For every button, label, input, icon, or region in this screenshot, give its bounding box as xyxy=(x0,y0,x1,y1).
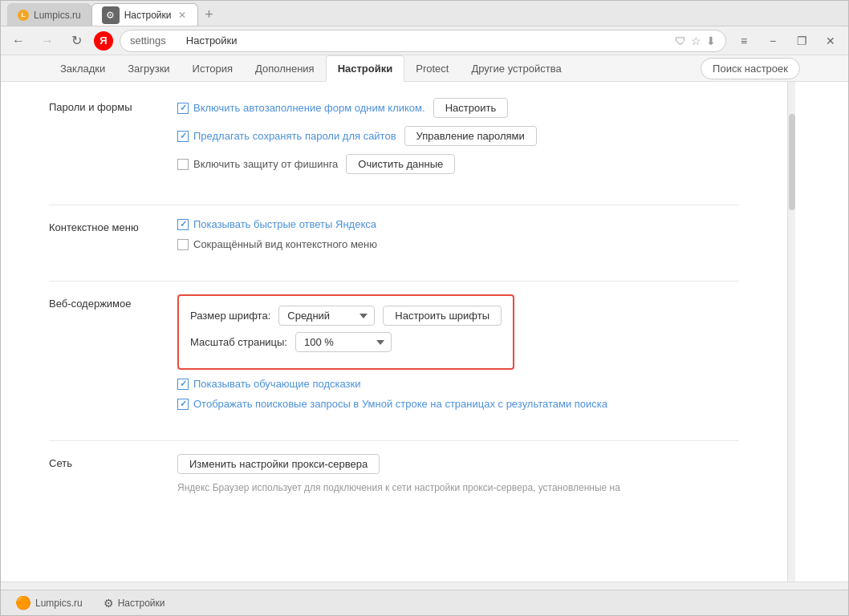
forward-button[interactable]: → xyxy=(36,30,59,52)
passwords-section-content: Включить автозаполнение форм одним клико… xyxy=(177,98,739,182)
web-content-label: Веб-содержимое xyxy=(49,294,177,418)
divider-3 xyxy=(49,440,739,441)
nav-tab-protect[interactable]: Protect xyxy=(404,56,460,81)
minimize-button[interactable]: − xyxy=(762,30,784,52)
font-size-label: Размер шрифта: xyxy=(190,310,270,322)
address-bar[interactable]: settings Настройки 🛡 ☆ ⬇ xyxy=(120,30,726,52)
phishing-text: Включить защиту от фишинга xyxy=(193,158,338,170)
save-passwords-row: Предлагать сохранять пароли для сайтов У… xyxy=(177,126,739,146)
network-section: Сеть Изменить настройки прокси-сервера Я… xyxy=(49,454,739,493)
compact-menu-text: Сокращённый вид контекстного меню xyxy=(193,238,377,250)
tab-favicon-lumpics: L xyxy=(18,10,29,21)
phishing-checkbox-label[interactable]: Включить защиту от фишинга xyxy=(177,158,338,170)
shield-icon[interactable]: 🛡 xyxy=(675,34,686,47)
bottom-favicon-settings: ⚙ xyxy=(104,597,114,610)
title-bar: ← → ↻ Я settings Настройки 🛡 ☆ ⬇ ≡ − ❐ ✕ xyxy=(1,26,848,55)
passwords-section: Пароли и формы Включить автозаполнение ф… xyxy=(49,98,739,182)
bottom-bar: 🟠 Lumpics.ru ⚙ Настройки xyxy=(1,590,848,615)
configure-button[interactable]: Настроить xyxy=(433,98,509,118)
show-search-text: Отображать поисковые запросы в Умной стр… xyxy=(193,398,607,410)
page-scale-row: Масштаб страницы: 100 % xyxy=(190,332,502,352)
search-settings-button[interactable]: Поиск настроек xyxy=(701,58,800,79)
nav-tab-history[interactable]: История xyxy=(181,56,244,81)
font-settings-button[interactable]: Настроить шрифты xyxy=(383,306,502,326)
proxy-note: Яндекс Браузер использует для подключени… xyxy=(177,482,739,493)
tab-label-lumpics: Lumpics.ru xyxy=(34,10,81,21)
settings-main: Пароли и формы Включить автозаполнение ф… xyxy=(1,82,787,582)
autofill-checkbox[interactable] xyxy=(177,103,189,114)
web-content-content: Размер шрифта: Средний Настроить шрифты … xyxy=(177,294,739,418)
save-passwords-checkbox[interactable] xyxy=(177,131,189,142)
quick-answers-label[interactable]: Показывать быстрые ответы Яндекса xyxy=(177,218,376,230)
tab-lumpics[interactable]: L Lumpics.ru xyxy=(7,3,91,26)
compact-menu-label[interactable]: Сокращённый вид контекстного меню xyxy=(177,238,377,250)
autofill-text: Включить автозаполнение форм одним клико… xyxy=(193,102,425,114)
show-hints-label[interactable]: Показывать обучающие подсказки xyxy=(177,378,360,390)
save-passwords-text: Предлагать сохранять пароли для сайтов xyxy=(193,130,396,142)
nav-tab-other-devices[interactable]: Другие устройства xyxy=(460,56,572,81)
quick-answers-text: Показывать быстрые ответы Яндекса xyxy=(193,218,376,230)
web-content-box: Размер шрифта: Средний Настроить шрифты … xyxy=(177,294,514,370)
scrollbar-track[interactable] xyxy=(787,82,795,582)
save-passwords-checkbox-label[interactable]: Предлагать сохранять пароли для сайтов xyxy=(177,130,396,142)
proxy-row: Изменить настройки прокси-сервера xyxy=(177,454,739,474)
proxy-button[interactable]: Изменить настройки прокси-сервера xyxy=(177,454,380,474)
show-hints-row: Показывать обучающие подсказки xyxy=(177,378,739,390)
content-area: Пароли и формы Включить автозаполнение ф… xyxy=(1,82,848,582)
show-search-label[interactable]: Отображать поисковые запросы в Умной стр… xyxy=(177,398,607,410)
close-button[interactable]: ✕ xyxy=(819,30,842,52)
font-size-select[interactable]: Средний xyxy=(278,306,375,326)
star-icon[interactable]: ☆ xyxy=(691,34,701,47)
network-content: Изменить настройки прокси-сервера Яндекс… xyxy=(177,454,739,493)
address-path: Настройки xyxy=(186,34,238,47)
quick-answers-row: Показывать быстрые ответы Яндекса xyxy=(177,218,739,230)
bottom-tab-settings[interactable]: ⚙ Настройки xyxy=(95,594,173,612)
font-size-row: Размер шрифта: Средний Настроить шрифты xyxy=(190,306,502,326)
clear-data-button[interactable]: Очистить данные xyxy=(346,154,455,174)
compact-menu-row: Сокращённый вид контекстного меню xyxy=(177,238,739,250)
nav-tabs-bar: Закладки Загрузки История Дополнения Нас… xyxy=(1,55,848,82)
back-button[interactable]: ← xyxy=(7,30,30,52)
divider-1 xyxy=(49,205,739,205)
quick-answers-checkbox[interactable] xyxy=(177,219,189,230)
autofill-checkbox-label[interactable]: Включить автозаполнение форм одним клико… xyxy=(177,102,425,114)
web-content-section: Веб-содержимое Размер шрифта: Средний На… xyxy=(49,294,739,418)
yandex-logo: Я xyxy=(94,31,113,51)
nav-tab-settings[interactable]: Настройки xyxy=(326,55,405,82)
new-tab-button[interactable]: + xyxy=(198,3,221,26)
nav-tab-addons[interactable]: Дополнения xyxy=(244,56,326,81)
tab-settings[interactable]: ⚙ Настройки ✕ xyxy=(91,3,198,26)
browser-tabs-bar: L Lumpics.ru ⚙ Настройки ✕ + xyxy=(1,1,848,26)
show-hints-checkbox[interactable] xyxy=(177,379,189,390)
bottom-tab-lumpics[interactable]: 🟠 Lumpics.ru xyxy=(7,593,91,613)
maximize-button[interactable]: ❐ xyxy=(790,30,813,52)
nav-tab-downloads[interactable]: Загрузки xyxy=(116,56,181,81)
refresh-button[interactable]: ↻ xyxy=(65,30,87,52)
phishing-checkbox[interactable] xyxy=(177,159,189,170)
tab-close-button[interactable]: ✕ xyxy=(177,10,188,21)
context-menu-content: Показывать быстрые ответы Яндекса Сокращ… xyxy=(177,218,739,258)
bottom-favicon-lumpics: 🟠 xyxy=(15,595,31,610)
manage-passwords-button[interactable]: Управление паролями xyxy=(404,126,537,146)
address-protocol: settings xyxy=(130,34,166,47)
menu-button[interactable]: ≡ xyxy=(733,30,755,52)
show-hints-text: Показывать обучающие подсказки xyxy=(193,378,360,390)
address-bar-icons: 🛡 ☆ ⬇ xyxy=(675,34,716,47)
page-scale-select[interactable]: 100 % xyxy=(295,332,392,352)
phishing-row: Включить защиту от фишинга Очистить данн… xyxy=(177,154,739,174)
page-scale-label: Масштаб страницы: xyxy=(190,336,287,348)
divider-2 xyxy=(49,281,739,282)
autofill-row: Включить автозаполнение форм одним клико… xyxy=(177,98,739,118)
compact-menu-checkbox[interactable] xyxy=(177,239,189,250)
network-label: Сеть xyxy=(49,454,177,493)
browser-window: L Lumpics.ru ⚙ Настройки ✕ + ← → ↻ Я set… xyxy=(0,0,849,616)
tab-label-settings: Настройки xyxy=(124,10,172,21)
download-icon[interactable]: ⬇ xyxy=(706,34,716,47)
show-search-checkbox[interactable] xyxy=(177,399,189,410)
bottom-tab-label-settings: Настройки xyxy=(118,598,165,609)
show-search-row: Отображать поисковые запросы в Умной стр… xyxy=(177,398,739,410)
horizontal-scrollbar[interactable] xyxy=(1,582,848,590)
scrollbar-thumb[interactable] xyxy=(789,114,795,210)
nav-tab-bookmarks[interactable]: Закладки xyxy=(49,56,116,81)
context-menu-section: Контекстное меню Показывать быстрые отве… xyxy=(49,218,739,258)
